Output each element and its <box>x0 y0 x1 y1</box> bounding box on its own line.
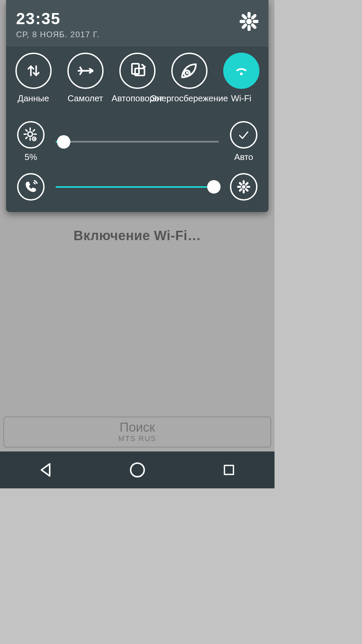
svg-line-5 <box>243 16 246 18</box>
panel-header: 23:35 СР, 8 НОЯБ. 2017 Г. <box>6 0 268 47</box>
volume-settings-button[interactable] <box>228 173 260 201</box>
svg-line-32 <box>240 189 241 191</box>
system-nav-bar <box>0 451 275 488</box>
svg-line-6 <box>253 25 255 28</box>
tile-power-saving[interactable]: Энергосбережение <box>164 53 215 114</box>
svg-line-18 <box>26 130 27 131</box>
volume-row <box>6 164 268 202</box>
tile-label: Самолет <box>68 94 103 114</box>
brightness-auto-toggle[interactable]: Авто <box>228 121 260 162</box>
brightness-percent: 5% <box>24 152 37 162</box>
tile-label: Wi-Fi <box>231 94 251 114</box>
svg-text:C: C <box>33 137 36 141</box>
tile-label: Данные <box>18 94 49 114</box>
svg-line-21 <box>26 137 27 139</box>
clock-time: 23:35 <box>16 9 100 28</box>
brightness-icon: C <box>23 127 39 143</box>
svg-line-31 <box>246 183 247 184</box>
quick-settings-panel: 23:35 СР, 8 НОЯБ. 2017 Г. <box>6 0 268 212</box>
settings-button[interactable] <box>240 12 258 31</box>
data-arrows-icon <box>24 62 43 80</box>
brightness-slider[interactable] <box>56 132 219 151</box>
ringer-button[interactable] <box>15 173 47 201</box>
svg-point-24 <box>242 185 246 189</box>
tile-airplane-mode[interactable]: Самолет <box>60 53 111 114</box>
volume-slider[interactable] <box>56 177 219 196</box>
gear-icon <box>237 180 251 194</box>
clock-date: СР, 8 НОЯБ. 2017 Г. <box>16 30 100 39</box>
quick-tiles-row: Данные Самолет Автоповорот <box>6 47 268 117</box>
svg-rect-34 <box>224 466 233 475</box>
nav-back-button[interactable] <box>34 458 58 482</box>
brightness-indicator[interactable]: C 5% <box>15 121 47 162</box>
rotate-icon <box>128 61 147 80</box>
clock-block[interactable]: 23:35 СР, 8 НОЯБ. 2017 Г. <box>16 9 100 39</box>
phone-ring-icon <box>23 179 39 195</box>
circle-home-icon <box>128 461 146 479</box>
svg-line-8 <box>243 25 246 28</box>
gear-icon <box>240 12 258 31</box>
triangle-back-icon <box>37 461 55 479</box>
svg-line-29 <box>240 183 241 184</box>
brightness-auto-label: Авто <box>234 152 253 162</box>
tile-wifi[interactable]: Wi-Fi <box>216 53 267 114</box>
wifi-icon <box>232 61 251 80</box>
svg-line-20 <box>33 130 35 131</box>
svg-point-0 <box>246 19 252 24</box>
svg-point-12 <box>240 72 242 75</box>
svg-point-33 <box>130 463 144 477</box>
nav-recent-button[interactable] <box>217 458 241 482</box>
svg-line-7 <box>253 16 255 18</box>
leaf-clock-icon <box>180 61 199 80</box>
tile-mobile-data[interactable]: Данные <box>8 53 59 114</box>
svg-line-30 <box>246 189 247 191</box>
airplane-icon <box>76 61 95 80</box>
check-icon <box>237 128 251 142</box>
nav-home-button[interactable] <box>126 458 149 482</box>
brightness-row: C 5% Авто <box>6 117 268 164</box>
svg-point-13 <box>28 132 33 137</box>
square-recent-icon <box>221 462 237 478</box>
